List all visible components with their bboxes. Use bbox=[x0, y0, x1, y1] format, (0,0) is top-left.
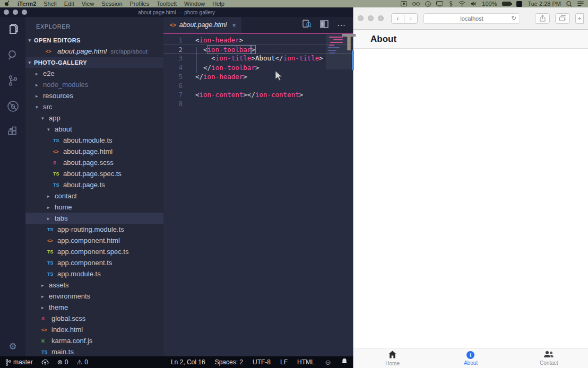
error-count[interactable]: ⊗ 0 bbox=[57, 358, 68, 366]
tree-folder-node_modules[interactable]: ▸node_modules bbox=[25, 79, 163, 90]
tree-folder-src[interactable]: ▾src bbox=[25, 101, 163, 112]
more-actions-icon[interactable]: ⋯ bbox=[337, 20, 345, 30]
tree-file-about.page.html[interactable]: <>about.page.html bbox=[25, 146, 163, 157]
tab-contact[interactable]: Contact bbox=[510, 348, 588, 368]
time-machine-icon[interactable] bbox=[425, 1, 431, 7]
input-source-icon[interactable] bbox=[516, 1, 522, 7]
back-button[interactable]: ‹ bbox=[391, 13, 404, 24]
tree-file-app.component.spec.ts[interactable]: TSapp.component.spec.ts bbox=[25, 246, 163, 257]
notifications-bell-icon[interactable] bbox=[341, 358, 348, 366]
volume-icon[interactable] bbox=[471, 1, 477, 6]
code-line-6[interactable]: 6 bbox=[163, 81, 353, 90]
statusbar-item[interactable]: LF bbox=[280, 358, 288, 366]
battery-icon[interactable] bbox=[502, 2, 511, 6]
menubar-item-profiles[interactable]: Profiles bbox=[130, 1, 150, 7]
chevron-right-icon[interactable]: ▸ bbox=[41, 305, 48, 310]
chevron-right-icon[interactable]: ▸ bbox=[47, 205, 54, 210]
tree-folder-contact[interactable]: ▸contact bbox=[25, 190, 163, 201]
chevron-right-icon[interactable]: ▸ bbox=[36, 71, 42, 76]
tab-home[interactable]: Home bbox=[353, 348, 431, 368]
display-mirroring-icon[interactable] bbox=[436, 1, 443, 6]
tree-folder-tabs[interactable]: ▸tabs bbox=[25, 213, 163, 224]
tree-folder-environments[interactable]: ▸environments bbox=[25, 291, 163, 302]
tree-folder-e2e[interactable]: ▸e2e bbox=[25, 68, 163, 79]
code-editor[interactable]: 1<ion-header>2 <ion-toolbar>3 <ion-title… bbox=[163, 34, 353, 356]
chevron-right-icon[interactable]: ▸ bbox=[36, 93, 42, 99]
chevron-down-icon[interactable]: ▾ bbox=[36, 104, 42, 110]
tree-file-app.component.ts[interactable]: TSapp.component.ts bbox=[25, 257, 163, 268]
tree-file-main.ts[interactable]: TSmain.ts bbox=[25, 346, 163, 356]
keystroke-icon[interactable] bbox=[448, 1, 453, 7]
spotlight-icon[interactable] bbox=[566, 1, 572, 7]
tree-file-about.page.scss[interactable]: Sabout.page.scss bbox=[25, 157, 163, 168]
tree-file-about.module.ts[interactable]: TSabout.module.ts bbox=[25, 135, 163, 146]
statusbar-item[interactable]: Spaces: 2 bbox=[215, 358, 243, 366]
tree-folder-resources[interactable]: ▸resources bbox=[25, 90, 163, 101]
tree-file-about.page.ts[interactable]: TSabout.page.ts bbox=[25, 179, 163, 190]
new-tab-button[interactable]: + bbox=[575, 13, 584, 24]
tab-about-page-html[interactable]: <> about.page.html × bbox=[163, 17, 241, 33]
chevron-down-icon[interactable]: ▾ bbox=[25, 38, 34, 43]
chevron-right-icon[interactable]: ▸ bbox=[41, 283, 48, 288]
source-control-icon[interactable] bbox=[0, 68, 25, 93]
tree-file-app-routing.module.ts[interactable]: TSapp-routing.module.ts bbox=[25, 224, 163, 235]
code-line-4[interactable]: 4 </ion-toolbar> bbox=[163, 63, 353, 72]
menubar-item-help[interactable]: Help bbox=[212, 1, 224, 7]
search-icon[interactable] bbox=[0, 42, 25, 68]
statusbar-item[interactable]: Ln 2, Col 16 bbox=[171, 358, 205, 366]
extensions-icon[interactable] bbox=[0, 119, 25, 144]
tree-file-karma.conf.js[interactable]: Kkarma.conf.js bbox=[25, 335, 163, 346]
menubar-item-shell[interactable]: Shell bbox=[44, 1, 56, 7]
open-editor-item[interactable]: <>about.page.htmlsrc/app/about bbox=[25, 46, 163, 57]
chevron-down-icon[interactable]: ▾ bbox=[41, 116, 48, 121]
chevron-right-icon[interactable]: ▸ bbox=[41, 294, 48, 299]
split-editor-icon[interactable] bbox=[320, 20, 328, 30]
debug-icon[interactable] bbox=[0, 93, 25, 119]
menubar-app-name[interactable]: iTerm2 bbox=[18, 1, 36, 7]
explorer-icon[interactable] bbox=[0, 17, 25, 42]
menubar-item-session[interactable]: Session bbox=[101, 1, 122, 7]
wifi-icon[interactable] bbox=[459, 1, 465, 6]
tree-folder-assets[interactable]: ▸assets bbox=[25, 279, 163, 291]
zoom-window-button[interactable] bbox=[378, 15, 384, 21]
tree-folder-about[interactable]: ▾about bbox=[25, 124, 163, 135]
chevron-right-icon[interactable]: ▸ bbox=[47, 216, 54, 221]
close-tab-icon[interactable]: × bbox=[232, 21, 236, 29]
screen-record-icon[interactable] bbox=[401, 1, 407, 6]
address-bar[interactable]: localhost ↻ bbox=[423, 13, 520, 24]
menubar-item-window[interactable]: Window bbox=[184, 1, 205, 7]
minimize-window-button[interactable] bbox=[368, 15, 374, 21]
forward-button[interactable]: › bbox=[404, 13, 418, 24]
open-preview-icon[interactable] bbox=[302, 20, 312, 30]
code-line-3[interactable]: 3 <ion-title>About</ion-title> bbox=[163, 54, 353, 63]
publish-changes-icon[interactable] bbox=[41, 359, 49, 365]
chevron-down-icon[interactable]: ▾ bbox=[47, 127, 54, 132]
code-line-8[interactable]: 8 bbox=[163, 99, 353, 108]
glasses-icon[interactable] bbox=[412, 2, 420, 6]
statusbar-item[interactable]: HTML bbox=[297, 358, 315, 366]
tree-folder-theme[interactable]: ▸theme bbox=[25, 302, 163, 313]
code-line-2[interactable]: 2 <ion-toolbar> bbox=[163, 45, 353, 54]
reload-icon[interactable]: ↻ bbox=[511, 14, 516, 22]
git-branch-indicator[interactable]: master bbox=[5, 358, 33, 366]
menubar-item-toolbelt[interactable]: Toolbelt bbox=[157, 1, 177, 7]
open-editors-header[interactable]: ▾ OPEN EDITORS bbox=[25, 35, 163, 46]
tab-about[interactable]: iAbout bbox=[431, 348, 509, 368]
tree-folder-app[interactable]: ▾app bbox=[25, 112, 163, 124]
statusbar-item[interactable]: UTF-8 bbox=[253, 358, 271, 366]
vscode-titlebar[interactable]: about.page.html — photo-gallery bbox=[0, 7, 353, 17]
warning-count[interactable]: ⚠ 0 bbox=[76, 358, 88, 366]
menubar-item-view[interactable]: View bbox=[82, 1, 94, 7]
project-section-header[interactable]: ▾ PHOTO-GALLERY bbox=[25, 57, 163, 68]
share-icon[interactable] bbox=[535, 13, 550, 24]
settings-gear-icon[interactable]: ⚙ bbox=[0, 341, 25, 352]
close-window-button[interactable] bbox=[358, 15, 364, 21]
tree-file-about.page.spec.ts[interactable]: TSabout.page.spec.ts bbox=[25, 168, 163, 179]
tree-folder-home[interactable]: ▸home bbox=[25, 201, 163, 213]
chevron-down-icon[interactable]: ▾ bbox=[25, 60, 34, 65]
tree-file-app.component.html[interactable]: <>app.component.html bbox=[25, 235, 163, 246]
menubar-clock[interactable]: Tue 2:28 PM bbox=[528, 1, 561, 7]
tree-file-index.html[interactable]: <>index.html bbox=[25, 324, 163, 335]
tree-file-app.module.ts[interactable]: TSapp.module.ts bbox=[25, 268, 163, 279]
chevron-right-icon[interactable]: ▸ bbox=[47, 194, 54, 199]
